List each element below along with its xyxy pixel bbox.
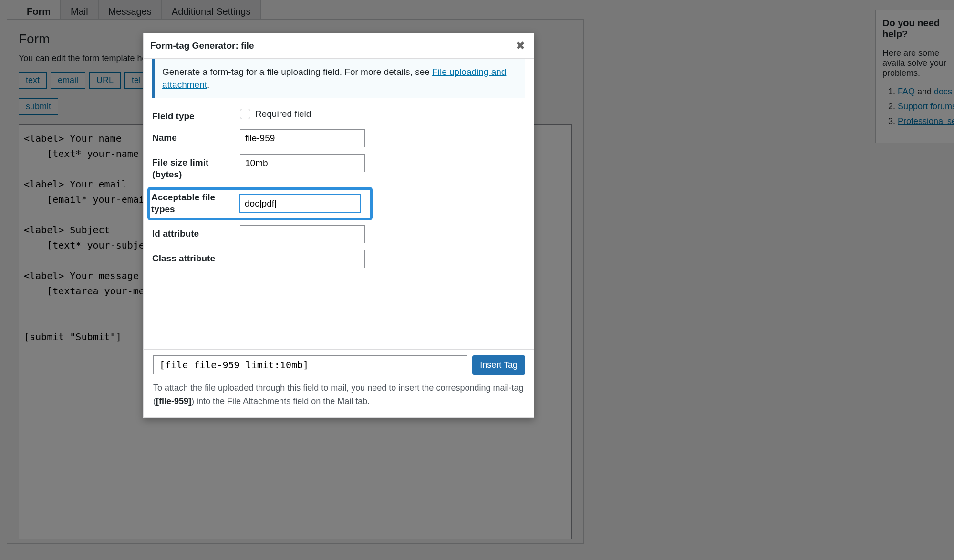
row-file-types-highlight: Acceptable file types bbox=[147, 187, 373, 220]
modal-body: Generate a form-tag for a file uploading… bbox=[144, 59, 534, 349]
footer-note-tag: [file-959] bbox=[156, 396, 191, 406]
row-class-attr: Class attribute bbox=[152, 250, 525, 268]
banner-text-post: . bbox=[207, 80, 209, 90]
tag-output[interactable] bbox=[153, 355, 467, 374]
file-types-input[interactable] bbox=[239, 194, 361, 213]
label-file-types: Acceptable file types bbox=[150, 192, 239, 215]
modal-title: Form-tag Generator: file bbox=[150, 41, 254, 51]
label-field-type: Field type bbox=[152, 108, 240, 123]
label-name: Name bbox=[152, 129, 240, 144]
label-id-attr: Id attribute bbox=[152, 225, 240, 240]
required-checkbox[interactable] bbox=[240, 109, 250, 119]
row-id-attr: Id attribute bbox=[152, 225, 525, 243]
row-field-type: Field type Required field bbox=[152, 108, 525, 123]
class-attr-input[interactable] bbox=[240, 250, 365, 268]
required-label: Required field bbox=[255, 109, 311, 119]
name-input[interactable] bbox=[240, 129, 365, 147]
footer-output-row: Insert Tag bbox=[153, 355, 525, 375]
close-icon[interactable]: ✖ bbox=[516, 39, 525, 52]
banner-text-pre: Generate a form-tag for a file uploading… bbox=[162, 67, 432, 77]
insert-tag-button[interactable]: Insert Tag bbox=[472, 355, 525, 375]
footer-note: To attach the file uploaded through this… bbox=[153, 382, 525, 408]
row-size-limit: File size limit (bytes) bbox=[152, 154, 525, 180]
required-checkbox-wrap[interactable]: Required field bbox=[240, 108, 311, 119]
id-attr-input[interactable] bbox=[240, 225, 365, 243]
form-tag-generator-modal: Form-tag Generator: file ✖ Generate a fo… bbox=[143, 33, 534, 418]
modal-header: Form-tag Generator: file ✖ bbox=[144, 33, 534, 59]
label-class-attr: Class attribute bbox=[152, 250, 240, 265]
modal-footer: Insert Tag To attach the file uploaded t… bbox=[144, 349, 534, 418]
info-banner: Generate a form-tag for a file uploading… bbox=[152, 59, 525, 98]
row-name: Name bbox=[152, 129, 525, 147]
size-limit-input[interactable] bbox=[240, 154, 365, 172]
label-size-limit: File size limit (bytes) bbox=[152, 154, 240, 180]
footer-note-post: ) into the File Attachments field on the… bbox=[191, 396, 370, 406]
